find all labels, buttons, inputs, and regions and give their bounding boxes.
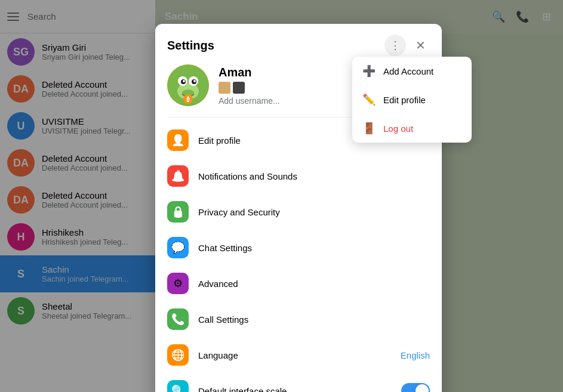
close-button[interactable]: ✕ xyxy=(411,36,430,55)
menu-icon-notifications: 🔔 xyxy=(167,165,189,187)
menu-label-notifications: Notifications and Sounds xyxy=(198,171,430,181)
dropdown-label-add-account: Add Account xyxy=(383,66,433,76)
svg-point-7 xyxy=(193,80,196,82)
menu-label-advanced: Advanced xyxy=(198,279,430,289)
dropdown-icon-add-account: ➕ xyxy=(362,64,376,78)
menu-icon-language: 🌐 xyxy=(167,344,189,366)
color-dot xyxy=(233,82,245,94)
menu-item-call-settings[interactable]: 📞 Call Settings xyxy=(155,301,442,337)
menu-label-privacy: Privacy and Security xyxy=(198,207,430,217)
menu-label-language: Language xyxy=(198,350,391,360)
svg-text:₿: ₿ xyxy=(186,96,190,103)
menu-item-notifications[interactable]: 🔔 Notifications and Sounds xyxy=(155,158,442,194)
dropdown-item-add-account[interactable]: ➕ Add Account xyxy=(352,57,472,85)
menu-value-language: English xyxy=(401,350,430,360)
dropdown-icon-log-out: 🚪 xyxy=(362,121,376,135)
menu-item-privacy[interactable]: 🔒 Privacy and Security xyxy=(155,194,442,230)
toggle-knob xyxy=(416,384,429,392)
menu-icon-edit-profile: 👤 xyxy=(167,129,189,151)
dropdown-item-log-out[interactable]: 🚪 Log out xyxy=(352,114,472,143)
menu-icon-default-scale: 🔍 xyxy=(167,380,189,392)
modal-header-icons: ⋮ ✕ xyxy=(384,35,430,56)
three-dot-button[interactable]: ⋮ xyxy=(384,35,406,56)
dropdown-label-edit-profile: Edit profile xyxy=(383,95,426,105)
menu-item-advanced[interactable]: ⚙ Advanced xyxy=(155,266,442,301)
profile-avatar: ₿ xyxy=(167,64,209,106)
menu-icon-privacy: 🔒 xyxy=(167,201,189,223)
svg-point-6 xyxy=(183,80,185,82)
menu-item-chat-settings[interactable]: 💬 Chat Settings xyxy=(155,230,442,266)
menu-icon-advanced: ⚙ xyxy=(167,273,189,294)
menu-item-language[interactable]: 🌐 Language English xyxy=(155,337,442,373)
menu-icon-chat-settings: 💬 xyxy=(167,237,189,258)
dropdown-menu: ➕ Add Account ✏️ Edit profile 🚪 Log out xyxy=(352,57,472,143)
color-dot xyxy=(219,82,230,94)
menu-item-default-scale[interactable]: 🔍 Default interface scale xyxy=(155,373,442,392)
menu-label-call-settings: Call Settings xyxy=(198,314,430,325)
dropdown-item-edit-profile[interactable]: ✏️ Edit profile xyxy=(352,85,472,114)
menu-label-default-scale: Default interface scale xyxy=(198,386,392,393)
settings-menu: 👤 Edit profile 🔔 Notifications and Sound… xyxy=(155,118,442,392)
menu-icon-call-settings: 📞 xyxy=(167,308,189,330)
menu-label-chat-settings: Chat Settings xyxy=(198,243,430,253)
toggle-default-scale[interactable] xyxy=(401,383,430,392)
dropdown-icon-edit-profile: ✏️ xyxy=(362,92,376,107)
dropdown-label-log-out: Log out xyxy=(383,124,413,134)
modal-title: Settings xyxy=(167,39,214,53)
